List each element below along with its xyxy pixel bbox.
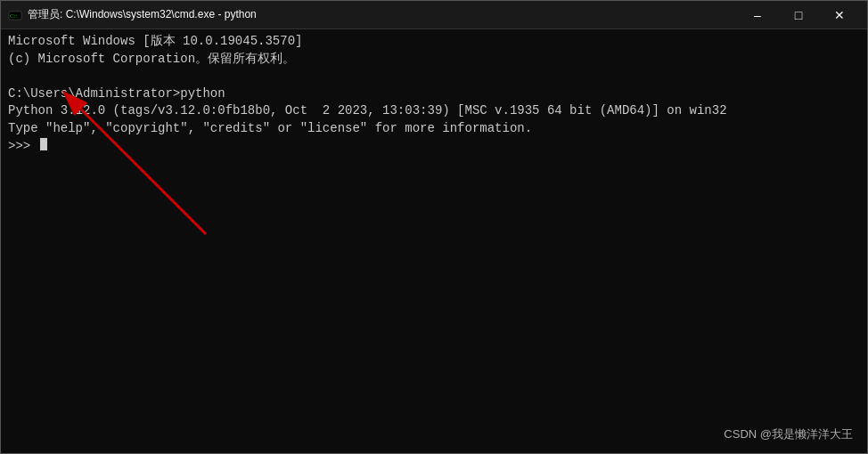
console-line-5: Python 3.12.0 (tags/v3.12.0:0fb18b0, Oct… (8, 102, 860, 120)
title-bar: C:\ 管理员: C:\Windows\system32\cmd.exe - p… (1, 1, 867, 29)
window-controls: – □ ✕ (737, 1, 860, 29)
cursor (40, 138, 47, 150)
maximize-button[interactable]: □ (778, 1, 819, 29)
console-prompt-line: >>> (8, 138, 860, 156)
console-line-2: (c) Microsoft Corporation。保留所有权利。 (8, 51, 860, 69)
window-title: 管理员: C:\Windows\system32\cmd.exe - pytho… (28, 7, 737, 22)
cmd-icon: C:\ (8, 8, 22, 22)
prompt-text: >>> (8, 138, 38, 156)
close-button[interactable]: ✕ (819, 1, 860, 29)
console-body[interactable]: Microsoft Windows [版本 10.0.19045.3570] (… (1, 29, 867, 453)
svg-text:C:\: C:\ (10, 12, 18, 20)
minimize-button[interactable]: – (737, 1, 778, 29)
console-line-1: Microsoft Windows [版本 10.0.19045.3570] (8, 33, 860, 51)
cmd-window: C:\ 管理员: C:\Windows\system32\cmd.exe - p… (0, 0, 868, 454)
console-line-3 (8, 68, 860, 85)
watermark: CSDN @我是懒洋洋大王 (724, 426, 853, 442)
console-line-6: Type "help", "copyright", "credits" or "… (8, 120, 860, 138)
console-line-4: C:\Users\Administrator>python (8, 85, 860, 103)
